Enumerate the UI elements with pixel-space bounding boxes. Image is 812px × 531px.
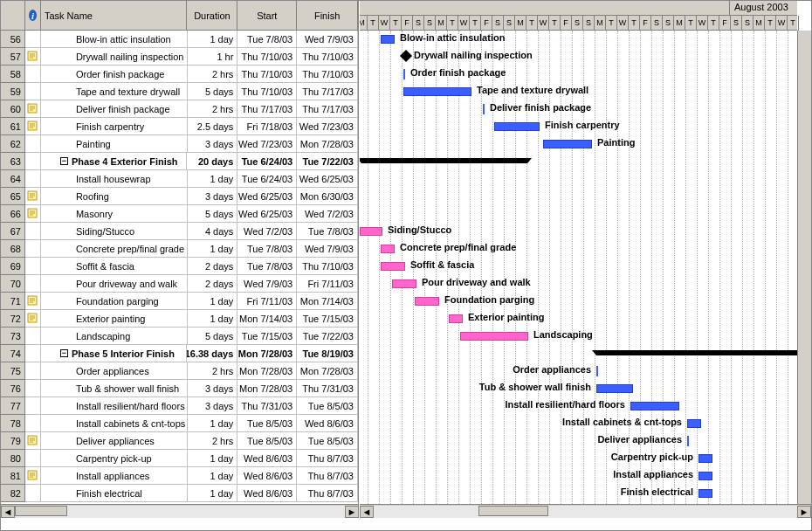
milestone-marker[interactable] <box>400 50 412 62</box>
note-icon[interactable] <box>27 295 38 307</box>
task-bar[interactable] <box>415 297 439 306</box>
duration-cell[interactable]: 5 days <box>188 83 238 100</box>
task-bar[interactable] <box>381 262 405 271</box>
duration-cell[interactable]: 2 days <box>188 275 238 293</box>
start-cell[interactable]: Thu 7/10/03 <box>237 66 297 83</box>
table-row[interactable]: 67Siding/Stucco4 daysWed 7/2/03Tue 7/8/0… <box>1 223 358 240</box>
task-bar[interactable] <box>596 384 633 393</box>
table-row[interactable]: 63−Phase 4 Exterior Finish20 daysTue 6/2… <box>1 153 358 170</box>
duration-cell[interactable]: 2 hrs <box>188 66 238 83</box>
short-task-bar[interactable] <box>403 69 405 79</box>
finish-cell[interactable]: Wed 7/23/03 <box>297 118 358 135</box>
row-number[interactable]: 62 <box>1 135 25 153</box>
scroll-track[interactable] <box>374 506 797 518</box>
row-number[interactable]: 82 <box>1 485 25 502</box>
duration-cell[interactable]: 20 days <box>187 153 237 170</box>
row-number[interactable]: 80 <box>1 450 25 467</box>
finish-cell[interactable]: Fri 7/11/03 <box>297 275 358 293</box>
note-icon[interactable] <box>27 190 38 203</box>
duration-cell[interactable]: 1 day <box>188 310 238 328</box>
indicator-cell[interactable] <box>25 258 41 275</box>
row-number[interactable]: 71 <box>1 293 25 310</box>
task-name-cell[interactable]: Order appliances <box>41 362 188 380</box>
row-number[interactable]: 59 <box>1 83 25 100</box>
table-row[interactable]: 73Landscaping5 daysTue 7/15/03Tue 7/22/0… <box>1 328 358 345</box>
indicator-cell[interactable] <box>25 380 41 397</box>
indicator-cell[interactable] <box>25 485 41 502</box>
indicator-cell[interactable] <box>25 31 41 48</box>
row-number[interactable]: 78 <box>1 415 25 432</box>
finish-cell[interactable]: Tue 8/5/03 <box>297 432 358 450</box>
row-number[interactable]: 69 <box>1 258 25 275</box>
row-number[interactable]: 77 <box>1 397 25 415</box>
start-cell[interactable]: Wed 8/6/03 <box>237 467 297 485</box>
start-cell[interactable]: Wed 7/23/03 <box>237 135 297 153</box>
finish-cell[interactable]: Thu 7/31/03 <box>297 380 358 397</box>
note-icon[interactable] <box>27 313 38 325</box>
start-cell[interactable]: Tue 7/8/03 <box>237 31 297 48</box>
duration-cell[interactable]: 5 days <box>188 328 238 345</box>
start-cell[interactable]: Wed 6/25/03 <box>237 188 297 205</box>
row-number[interactable]: 57 <box>1 48 25 66</box>
task-name-cell[interactable]: Finish carpentry <box>41 118 188 135</box>
duration-cell[interactable]: 4 days <box>188 223 238 240</box>
task-name-cell[interactable]: Deliver finish package <box>41 100 188 118</box>
start-cell[interactable]: Wed 7/9/03 <box>237 275 297 293</box>
indicator-cell[interactable] <box>25 240 41 258</box>
start-cell[interactable]: Thu 7/10/03 <box>237 48 297 66</box>
start-cell[interactable]: Thu 7/10/03 <box>237 83 297 100</box>
table-row[interactable]: 74−Phase 5 Interior Finish16.38 daysMon … <box>1 345 358 362</box>
scroll-thumb[interactable] <box>478 506 548 516</box>
finish-cell[interactable]: Wed 6/25/03 <box>297 170 358 188</box>
indicator-cell[interactable] <box>25 153 41 170</box>
indicator-cell[interactable] <box>25 100 41 118</box>
finish-cell[interactable]: Tue 7/22/03 <box>297 328 358 345</box>
task-bar[interactable] <box>381 245 395 253</box>
task-name-cell[interactable]: Drywall nailing inspection <box>41 48 188 66</box>
short-task-bar[interactable] <box>596 366 598 376</box>
vertical-scrollbar[interactable] <box>797 31 811 504</box>
indicator-cell[interactable] <box>25 275 41 293</box>
table-row[interactable]: 76Tub & shower wall finish3 daysMon 7/28… <box>1 380 358 397</box>
task-bar[interactable] <box>460 332 528 341</box>
start-cell[interactable]: Tue 6/24/03 <box>237 153 297 170</box>
indicator-cell[interactable] <box>25 467 41 485</box>
indicator-cell[interactable] <box>25 188 41 205</box>
task-bar[interactable] <box>698 472 712 480</box>
indicator-cell[interactable] <box>25 415 41 432</box>
start-cell[interactable]: Tue 7/8/03 <box>237 258 297 275</box>
note-icon[interactable] <box>27 121 38 133</box>
summary-bar[interactable] <box>596 350 811 355</box>
gantt-chart-area[interactable]: Blow-in attic insulationDrywall nailing … <box>360 31 797 518</box>
task-bar[interactable] <box>494 122 540 131</box>
start-cell[interactable]: Tue 6/24/03 <box>237 170 297 188</box>
table-row[interactable]: 78Install cabinets & cnt-tops1 dayTue 8/… <box>1 415 358 432</box>
task-name-cell[interactable]: Foundation parging <box>41 293 188 310</box>
finish-cell[interactable]: Thu 8/7/03 <box>297 467 358 485</box>
table-row[interactable]: 72Exterior painting1 dayMon 7/14/03Tue 7… <box>1 310 358 328</box>
task-name-cell[interactable]: Carpentry pick-up <box>41 450 188 467</box>
task-name-cell[interactable]: −Phase 5 Interior Finish <box>41 345 188 362</box>
outline-collapse-button[interactable]: − <box>60 349 68 357</box>
right-horizontal-scrollbar[interactable]: ◄ ► <box>360 504 811 518</box>
task-bar[interactable] <box>392 279 416 288</box>
table-row[interactable]: 66Masonry5 daysWed 6/25/03Wed 7/2/03 <box>1 205 358 223</box>
indicator-cell[interactable] <box>25 170 41 188</box>
duration-cell[interactable]: 1 day <box>188 31 238 48</box>
task-bar[interactable] <box>381 35 395 44</box>
finish-cell[interactable]: Tue 7/8/03 <box>297 223 358 240</box>
duration-cell[interactable]: 1 day <box>188 240 238 258</box>
task-name-cell[interactable]: Install appliances <box>41 467 188 485</box>
duration-cell[interactable]: 2 hrs <box>188 432 238 450</box>
task-name-cell[interactable]: Finish electrical <box>41 485 188 502</box>
row-number[interactable]: 67 <box>1 223 25 240</box>
start-cell[interactable]: Tue 7/15/03 <box>237 328 297 345</box>
scroll-thumb[interactable] <box>15 506 67 516</box>
duration-cell[interactable]: 2 hrs <box>188 100 238 118</box>
table-row[interactable]: 58Order finish package2 hrsThu 7/10/03Th… <box>1 66 358 83</box>
scroll-right-button[interactable]: ► <box>345 506 359 518</box>
task-bar[interactable] <box>630 402 679 410</box>
table-row[interactable]: 75Order appliances2 hrsMon 7/28/03Mon 7/… <box>1 362 358 380</box>
task-name-cell[interactable]: Deliver appliances <box>41 432 188 450</box>
finish-cell[interactable]: Thu 8/7/03 <box>297 485 358 502</box>
